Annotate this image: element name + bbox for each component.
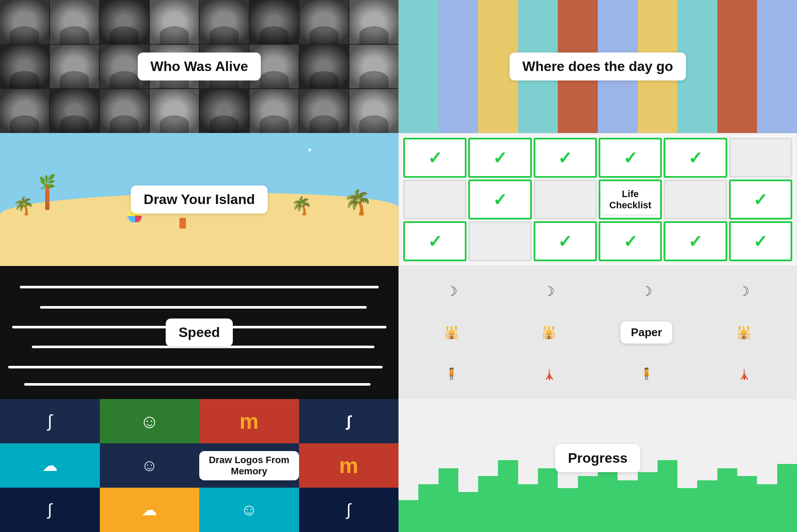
checkmark-icon: ✓: [753, 233, 768, 250]
progress-bar: [478, 476, 498, 532]
crescent-moon-icon: ☽: [641, 284, 652, 299]
check-cell-empty: [403, 179, 466, 220]
progress-bar: [757, 484, 777, 532]
road-stripe: [191, 383, 371, 386]
face-cell: [50, 89, 99, 133]
face-cell: [100, 89, 149, 133]
palm-tree-right: 🌴: [343, 191, 373, 210]
checklist-grid: ✓ ✓ ✓ ✓ ✓ ✓ Life Checklist ✓ ✓ ✓ ✓ ✓ ✓: [399, 133, 797, 266]
progress-bar: [697, 480, 717, 532]
logo-cell-dark2: ☺: [100, 443, 200, 488]
card-checklist[interactable]: ✓ ✓ ✓ ✓ ✓ ✓ Life Checklist ✓ ✓ ✓ ✓ ✓ ✓: [398, 133, 797, 266]
card-speed[interactable]: Speed: [0, 266, 398, 399]
road-stripe: [179, 306, 367, 309]
progress-bar: [737, 476, 757, 532]
check-cell: ✓: [468, 179, 531, 220]
logo-cell-darkblue: ∫: [0, 488, 100, 532]
card-label-island: Draw Your Island: [131, 186, 268, 213]
road-stripe: [219, 326, 386, 328]
card-who-was-alive[interactable]: Who Was Alive: [0, 0, 398, 133]
card-progress[interactable]: Progress: [398, 399, 797, 532]
progress-bar: [777, 464, 797, 532]
mcdonalds-arch-icon2: m: [339, 453, 358, 478]
check-cell: ✓: [729, 221, 792, 261]
card-logos[interactable]: ∫ ☺ m ∫ ☁ ☺ Draw Logos From Memory m ∫ ☁: [0, 399, 398, 532]
palm-tree-center: 🌴: [291, 197, 312, 210]
tower-icon: 🕌: [541, 325, 556, 340]
face-cell: [250, 0, 299, 44]
palm-leaves: 🌴: [291, 197, 312, 214]
checkmark-icon: ✓: [428, 149, 442, 167]
check-cell: ✓: [534, 138, 597, 178]
logo-cell-yellow: ☁: [100, 488, 200, 532]
check-cell-empty: [664, 179, 727, 220]
progress-bar: [398, 500, 418, 532]
face-cell: [100, 0, 149, 44]
face-cell: [349, 89, 398, 133]
progress-bar: [538, 468, 558, 532]
checkmark-icon: ✓: [623, 149, 638, 167]
face-cell: [50, 0, 99, 44]
stripe: [398, 0, 439, 133]
paper-icons-grid: ☽ ☽ ☽ ☽ 🕌 🕌 Paper 🕌 🧍 🗼 🧍 🗼: [398, 266, 797, 399]
face-cell: [150, 0, 199, 44]
mcdonalds-arch-icon: m: [240, 409, 259, 434]
progress-bar: [518, 484, 538, 532]
logos-grid: ∫ ☺ m ∫ ☁ ☺ Draw Logos From Memory m ∫ ☁: [0, 399, 398, 532]
checkmark-icon: ✓: [623, 233, 638, 250]
squiggle-icon: ∫: [47, 411, 52, 431]
progress-bar: [439, 468, 458, 532]
checkmark-icon: ✓: [688, 233, 703, 250]
progress-bar: [498, 460, 518, 532]
card-day-go[interactable]: Where does the day go: [398, 0, 797, 133]
face-cell: [349, 0, 398, 44]
check-cell: ✓: [729, 179, 792, 220]
progress-bar: [717, 468, 737, 532]
logo-cell-cyan2: ☺: [199, 488, 299, 532]
palm-leaves: 🌴: [343, 191, 373, 214]
road-stripe: [199, 286, 379, 288]
progress-bar: [418, 484, 438, 532]
card-label-who-was-alive: Who Was Alive: [138, 53, 261, 80]
check-cell: ✓: [599, 138, 662, 178]
check-cell: ✓: [599, 221, 662, 261]
squiggle-icon: ∫: [346, 412, 351, 430]
check-cell-empty: [729, 138, 792, 178]
progress-bar: [558, 488, 578, 532]
face-cell: [0, 89, 49, 133]
card-island[interactable]: ✦ 🌴 🌿 🌴 🌴 Draw Your Island: [0, 133, 398, 266]
cloud-icon: ☁: [42, 457, 58, 475]
crescent-moon-icon: ☽: [738, 284, 750, 299]
logo-cell-mid: Draw Logos From Memory: [199, 443, 299, 488]
logo-cell-cyan: ☁: [0, 443, 100, 488]
logo-cell-darkblue2: ∫: [299, 488, 399, 532]
card-paper[interactable]: ☽ ☽ ☽ ☽ 🕌 🕌 Paper 🕌 🧍 🗼 🧍 🗼: [398, 266, 797, 399]
card-label-progress: Progress: [555, 444, 641, 472]
person-icon: 🧍: [445, 367, 458, 380]
checkmark-icon: ✓: [493, 191, 507, 208]
bird-icon: ✦: [307, 146, 312, 154]
doodle-icon: ☺: [141, 456, 158, 475]
logo-cell: ∫: [0, 399, 100, 443]
face-cell: [0, 0, 49, 44]
paper-label-container: Paper: [621, 322, 672, 343]
checkmark-icon: ✓: [558, 233, 572, 250]
crescent-moon-icon: ☽: [543, 284, 555, 299]
progress-bar: [677, 488, 697, 532]
face-cell: [150, 89, 199, 133]
face-cell: [50, 45, 99, 89]
doodle-person-icon: ☺: [140, 411, 159, 432]
check-cell: ✓: [403, 221, 466, 261]
face-cell: [200, 0, 249, 44]
palm-tree: 🌴: [13, 197, 34, 210]
progress-bar: [458, 492, 478, 532]
tower-icon: 🕌: [444, 325, 459, 340]
card-label-logos: Draw Logos From Memory: [199, 451, 299, 480]
person-icon: 🧍: [639, 367, 653, 380]
check-cell: ✓: [403, 138, 466, 178]
stripe: [717, 0, 757, 133]
stripe: [757, 0, 797, 133]
progress-bar: [618, 480, 637, 532]
progress-bar: [638, 472, 658, 532]
logo-cell-red2: m: [299, 443, 399, 488]
